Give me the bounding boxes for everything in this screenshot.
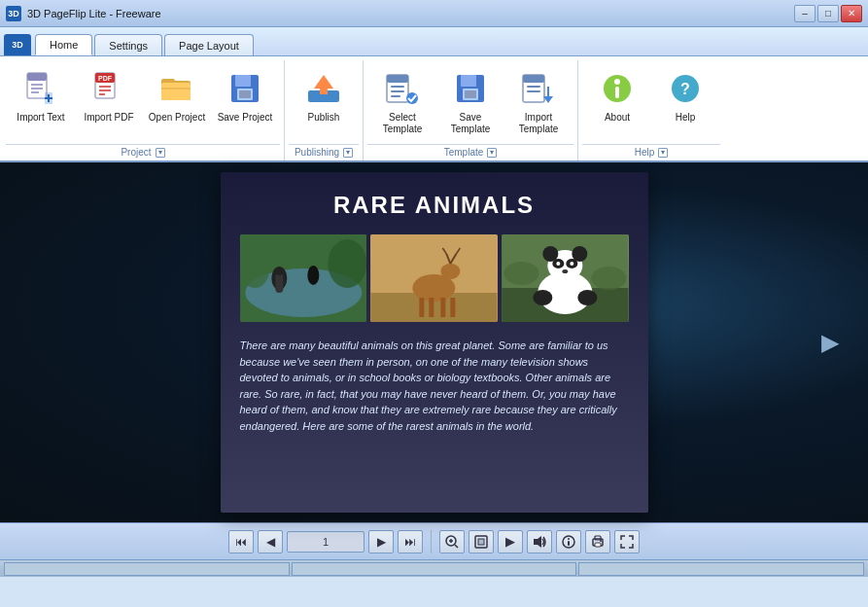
svg-rect-26 [387,75,408,83]
svg-rect-29 [391,95,400,97]
project-group-label: Project ▾ [6,144,280,161]
svg-point-54 [240,249,269,288]
status-bar [0,559,868,577]
save-project-icon [226,69,264,108]
page-content: RARE ANIMALS [221,172,648,513]
publishing-group-label: Publishing ▾ [289,144,359,161]
svg-point-95 [600,540,602,542]
svg-rect-1 [27,73,47,81]
minimize-button[interactable]: – [794,5,816,22]
import-text-icon [21,69,60,108]
svg-rect-61 [441,298,446,317]
svg-rect-24 [320,89,328,94]
page-number-input[interactable] [287,531,365,553]
svg-point-52 [309,267,317,272]
next-page-button[interactable]: ▶ [368,530,394,553]
open-project-icon [157,69,196,108]
project-buttons: Import Text PDF Import PDF [6,60,280,144]
tab-bar: 3D Home Settings Page Layout [0,27,868,56]
tab-home[interactable]: Home [35,34,92,55]
svg-point-78 [533,290,552,305]
import-pdf-button[interactable]: PDF Import PDF [76,64,142,132]
svg-marker-88 [534,536,541,548]
save-template-label: Save Template [440,112,501,135]
ribbon: Import Text PDF Import PDF [0,56,868,162]
status-segment-3 [578,562,864,576]
help-group-label: Help ▾ [582,144,720,161]
import-text-label: Import Text [17,112,64,124]
tab-settings[interactable]: Settings [94,34,162,55]
next-page-arrow[interactable]: ▶ [821,329,839,356]
fullscreen-button[interactable] [614,530,640,553]
animal-image-panda [502,234,629,322]
zoom-in-button[interactable] [439,530,465,553]
svg-rect-93 [595,536,601,540]
svg-rect-21 [239,90,251,98]
tab-page-layout[interactable]: Page Layout [164,34,254,55]
svg-point-81 [591,267,626,290]
title-bar: 3D 3D PageFlip Lite - Freeware – □ ✕ [0,0,868,27]
play-button[interactable]: ▶ [498,530,523,553]
save-template-button[interactable]: Save Template [437,64,503,140]
help-buttons: About ? Help [582,60,720,144]
about-button[interactable]: About [584,64,650,132]
project-expand-icon[interactable]: ▾ [156,148,165,158]
prev-page-button[interactable]: ◀ [258,530,283,553]
svg-rect-62 [451,298,456,317]
select-template-button[interactable]: Select Template [369,64,435,140]
last-page-button[interactable]: ⏭ [398,530,423,553]
open-project-button[interactable]: Open Project [144,64,210,132]
svg-rect-87 [478,539,484,545]
svg-rect-19 [235,75,251,87]
publish-button[interactable]: Publish [291,64,357,132]
help-expand-icon[interactable]: ▾ [658,148,668,158]
ribbon-group-project: Import Text PDF Import PDF [2,60,285,161]
svg-rect-43 [615,87,619,98]
animal-images [240,234,629,322]
fit-page-button[interactable] [469,530,494,553]
help-label: Help [676,112,696,124]
import-pdf-icon: PDF [89,69,128,108]
status-segment-1 [4,562,290,576]
main-area: ◀ RARE ANIMALS [0,162,868,522]
template-buttons: Select Template Save Template [367,60,573,144]
import-text-button[interactable]: Import Text [8,64,74,132]
import-template-label: Import Template [508,112,569,135]
svg-point-90 [568,538,570,540]
print-button[interactable] [585,530,610,553]
svg-rect-16 [161,83,191,100]
import-template-icon [519,69,558,108]
svg-point-50 [274,268,284,275]
publish-label: Publish [308,112,340,124]
svg-rect-32 [461,75,476,87]
ribbon-group-help: About ? Help Help ▾ [578,60,724,161]
first-page-button[interactable]: ⏮ [228,530,254,553]
svg-line-85 [455,545,458,548]
svg-point-53 [328,239,366,288]
save-template-icon [451,69,490,108]
svg-rect-28 [391,90,404,92]
svg-rect-36 [523,75,544,83]
maximize-button[interactable]: □ [817,5,839,22]
svg-point-77 [562,269,568,273]
page-title: RARE ANIMALS [240,192,629,219]
import-pdf-label: Import PDF [84,112,133,124]
publishing-expand-icon[interactable]: ▾ [343,148,353,158]
import-template-button[interactable]: Import Template [505,64,572,140]
info-button[interactable] [556,530,581,553]
svg-point-58 [441,264,461,279]
svg-point-75 [556,262,560,266]
page-body-text: There are many beautiful animals on this… [240,338,629,434]
svg-rect-94 [595,543,601,547]
publishing-buttons: Publish [289,60,359,144]
toolbar-separator-1 [431,530,432,553]
sound-button[interactable] [527,530,552,553]
svg-text:?: ? [680,81,690,97]
template-expand-icon[interactable]: ▾ [487,148,497,158]
close-button[interactable]: ✕ [841,5,862,22]
help-button[interactable]: ? Help [652,64,718,132]
svg-text:PDF: PDF [98,75,113,82]
ribbon-group-template: Select Template Save Template [364,60,578,161]
save-project-button[interactable]: Save Project [212,64,278,132]
svg-rect-34 [465,90,476,98]
